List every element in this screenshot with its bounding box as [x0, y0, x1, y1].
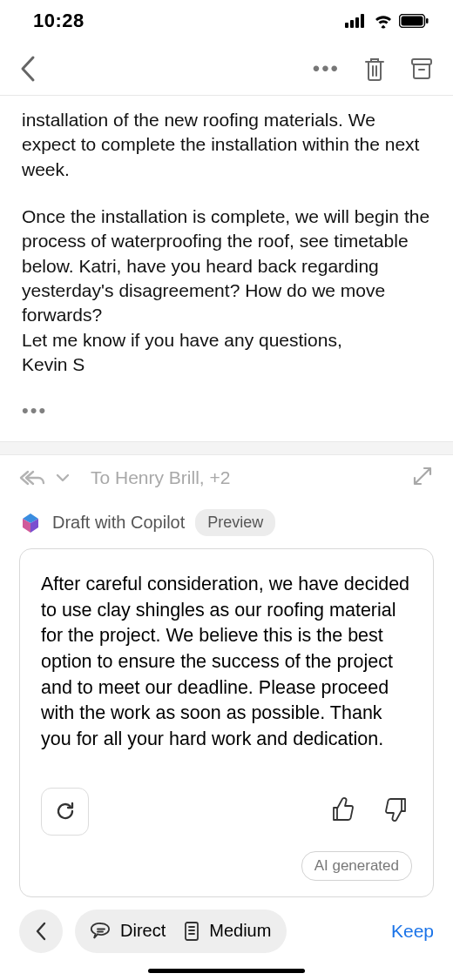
copilot-header: Draft with Copilot Preview	[0, 500, 453, 545]
email-paragraph: installation of the new roofing material…	[22, 108, 431, 182]
chevron-down-icon	[56, 473, 70, 483]
draft-text: After careful consideration, we have dec…	[41, 572, 412, 753]
back-button[interactable]	[19, 55, 37, 83]
svg-rect-7	[412, 59, 431, 64]
suggestion-toolbar: Direct Medium Keep	[0, 910, 453, 965]
wifi-icon	[373, 13, 394, 29]
status-bar: 10:28	[0, 0, 453, 42]
trash-button[interactable]	[362, 56, 387, 82]
svg-rect-2	[355, 17, 359, 28]
regenerate-button[interactable]	[41, 788, 89, 836]
email-paragraph: Once the installation is complete, we wi…	[22, 205, 431, 328]
reply-header[interactable]: To Henry Brill, +2	[0, 455, 453, 500]
section-divider	[0, 441, 453, 455]
ai-generated-badge: AI generated	[41, 851, 412, 881]
more-button[interactable]: •••	[313, 57, 340, 81]
preview-badge: Preview	[195, 509, 275, 536]
archive-button[interactable]	[409, 57, 434, 81]
home-indicator	[148, 969, 305, 973]
copilot-draft-card: After careful consideration, we have dec…	[19, 548, 434, 897]
cellular-icon	[345, 14, 368, 28]
tone-direct-button[interactable]: Direct	[91, 921, 166, 942]
svg-rect-1	[350, 20, 354, 28]
expand-compose-button[interactable]	[411, 465, 434, 491]
email-body: installation of the new roofing material…	[0, 96, 453, 441]
chat-icon	[91, 921, 112, 942]
nav-bar: •••	[0, 42, 453, 96]
email-closing: Let me know if you have any questions, K…	[22, 328, 431, 378]
length-medium-button[interactable]: Medium	[183, 921, 271, 942]
reply-all-icon	[19, 469, 45, 487]
svg-rect-3	[361, 14, 364, 28]
svg-rect-0	[345, 23, 348, 28]
status-time: 10:28	[33, 10, 85, 32]
battery-icon	[399, 14, 429, 28]
status-indicators	[345, 13, 429, 29]
copilot-label: Draft with Copilot	[52, 513, 185, 533]
reply-to-field[interactable]: To Henry Brill, +2	[91, 467, 411, 488]
keep-button[interactable]: Keep	[391, 921, 434, 942]
length-icon	[183, 921, 200, 942]
prev-suggestion-button[interactable]	[19, 910, 63, 953]
expand-thread-button[interactable]: •••	[22, 398, 431, 424]
tone-pill-group: Direct Medium	[75, 910, 287, 953]
svg-rect-8	[186, 923, 198, 940]
thumbs-up-button[interactable]	[330, 796, 355, 826]
thumbs-down-button[interactable]	[384, 796, 409, 826]
svg-rect-5	[402, 17, 423, 26]
copilot-logo-icon	[19, 512, 42, 534]
svg-rect-6	[426, 18, 429, 23]
